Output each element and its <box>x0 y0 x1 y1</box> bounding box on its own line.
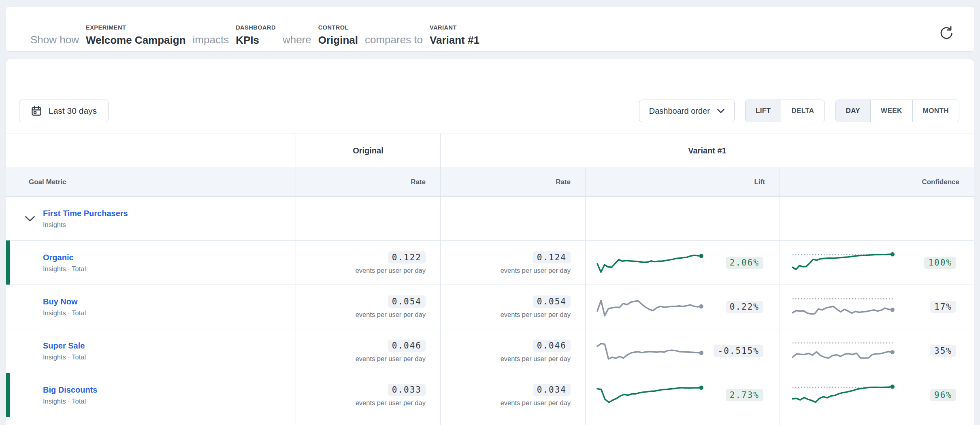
chevron-down-icon <box>25 216 35 222</box>
significance-bar <box>6 240 10 285</box>
variant-slot-value[interactable]: Variant #1 <box>430 34 479 46</box>
table-row-organic: Organic Insights · Total 0.122 events pe… <box>6 240 974 285</box>
rate-unit: events per user per day <box>356 355 426 363</box>
goal-metric-cell: Organic Insights · Total <box>6 241 296 285</box>
control-column-header: Original <box>296 134 440 168</box>
significance-bar <box>6 373 10 417</box>
confidence-sparkline <box>790 382 897 408</box>
metric-name-block: Super Sale Insights · Total <box>43 341 86 361</box>
rate-unit: events per user per day <box>356 311 426 319</box>
variant-rate-value: 0.046 <box>533 340 571 352</box>
control-rate-value: 0.046 <box>388 340 426 352</box>
metric-name-link[interactable]: Buy Now <box>43 297 86 306</box>
report-card: Last 30 days Dashboard order LIFT DELTA … <box>6 59 974 425</box>
toggle-week[interactable]: WEEK <box>870 100 912 122</box>
table-row-big-discounts: Big Discounts Insights · Total 0.033 eve… <box>6 373 974 417</box>
metric-subtitle: Insights · Total <box>43 265 86 273</box>
connector-impacts: impacts <box>193 34 229 46</box>
refresh-icon <box>937 24 955 42</box>
variant-rate-cell: 0.054 events per user per day <box>440 285 585 329</box>
dashboard-slot-label: DASHBOARD <box>236 24 276 31</box>
toolbar-right-group: Dashboard order LIFT DELTA DAY WEEK MONT… <box>639 100 959 122</box>
confidence-value: 96% <box>930 389 956 401</box>
rate-unit: events per user per day <box>501 267 571 274</box>
group-name-link[interactable]: First Time Purchasers <box>43 208 128 218</box>
metric-name-block: Big Discounts Insights · Total <box>43 385 97 405</box>
column-header-control-rate: Rate <box>296 168 440 196</box>
lift-value: 2.06% <box>726 257 763 269</box>
confidence-cell: 96% <box>780 373 974 417</box>
lift-sparkline <box>595 382 705 408</box>
table-row-buy-now: Buy Now Insights · Total 0.054 events pe… <box>6 285 974 329</box>
lift-cell: 2.06% <box>585 241 780 285</box>
connector-compares-to: compares to <box>365 34 423 46</box>
refresh-button[interactable] <box>937 24 955 42</box>
variant-slot-label: VARIANT <box>430 24 457 31</box>
variant-header-row: Original Variant #1 <box>6 134 974 168</box>
rate-unit: events per user per day <box>501 399 571 407</box>
control-rate-cell: 0.054 events per user per day <box>296 285 440 329</box>
experiment-slot-value[interactable]: Welcome Campaign <box>86 34 186 46</box>
table-row-super-sale: Super Sale Insights · Total 0.046 events… <box>6 329 974 373</box>
query-phrase: Show how EXPERIMENT Welcome Campaign imp… <box>30 24 479 46</box>
goal-metric-cell: Buy Now Insights · Total <box>6 285 296 329</box>
column-header-row: Goal Metric Rate Rate Lift Confidence <box>6 168 974 196</box>
goal-metric-cell: Big Discounts Insights · Total <box>6 373 296 417</box>
control-slot[interactable]: CONTROL Original <box>318 24 358 46</box>
variant-rate-cell: 0.124 events per user per day <box>440 241 585 285</box>
metric-name-link[interactable]: Big Discounts <box>43 385 97 395</box>
confidence-value: 100% <box>924 257 956 269</box>
experiment-report-page: Show how EXPERIMENT Welcome Campaign imp… <box>0 0 980 425</box>
rate-unit: events per user per day <box>356 267 426 274</box>
lift-delta-toggle: LIFT DELTA <box>745 100 825 122</box>
variant-rate-value: 0.054 <box>533 295 571 308</box>
experiment-slot[interactable]: EXPERIMENT Welcome Campaign <box>86 24 186 46</box>
variant-rate-cell: 0.034 events per user per day <box>440 373 585 417</box>
control-rate-cell: 0.033 events per user per day <box>296 373 440 417</box>
dashboard-slot[interactable]: DASHBOARD KPIs <box>236 24 276 46</box>
variant-rate-value: 0.034 <box>533 384 571 396</box>
experiment-slot-label: EXPERIMENT <box>86 24 126 31</box>
variant-header-spacer <box>6 134 296 168</box>
table-row-partial <box>6 417 974 425</box>
control-slot-value[interactable]: Original <box>318 34 358 46</box>
date-range-label: Last 30 days <box>49 106 97 116</box>
rate-unit: events per user per day <box>501 355 571 363</box>
dashboard-order-label: Dashboard order <box>649 106 710 116</box>
lift-cell: 0.22% <box>585 285 780 329</box>
rate-unit: events per user per day <box>501 311 571 319</box>
group-subtitle: Insights <box>43 221 128 229</box>
lift-sparkline <box>595 338 705 363</box>
control-rate-cell: 0.122 events per user per day <box>296 241 440 285</box>
lift-sparkline <box>595 294 705 319</box>
confidence-sparkline <box>790 250 897 275</box>
goal-metric-cell: Super Sale Insights · Total <box>6 329 296 373</box>
date-range-button[interactable]: Last 30 days <box>19 100 109 122</box>
control-rate-cell: 0.046 events per user per day <box>296 329 440 373</box>
variant-rate-cell: 0.046 events per user per day <box>440 329 585 373</box>
variant-column-header: Variant #1 <box>440 134 974 168</box>
toggle-day[interactable]: DAY <box>836 100 871 122</box>
confidence-sparkline <box>790 338 897 363</box>
toggle-month[interactable]: MONTH <box>912 100 959 122</box>
dashboard-order-button[interactable]: Dashboard order <box>639 100 735 122</box>
control-slot-label: CONTROL <box>318 24 349 31</box>
expand-collapse-control[interactable] <box>25 216 43 222</box>
metric-subtitle: Insights · Total <box>43 309 86 317</box>
metric-name-link[interactable]: Super Sale <box>43 341 86 351</box>
control-rate-value: 0.033 <box>388 384 426 396</box>
variant-rate-value: 0.124 <box>533 251 571 264</box>
toggle-lift[interactable]: LIFT <box>746 100 781 122</box>
chevron-down-icon <box>717 109 724 113</box>
confidence-value: 35% <box>930 345 956 357</box>
control-rate-value: 0.054 <box>388 295 426 308</box>
column-header-goal-metric: Goal Metric <box>6 168 296 196</box>
control-rate-value: 0.122 <box>388 251 426 264</box>
toggle-delta[interactable]: DELTA <box>781 100 824 122</box>
metric-subtitle: Insights · Total <box>43 397 97 405</box>
metrics-table: Original Variant #1 Goal Metric Rate Rat… <box>6 134 974 425</box>
lift-cell: 2.73% <box>585 373 780 417</box>
variant-slot[interactable]: VARIANT Variant #1 <box>430 24 479 46</box>
metric-name-link[interactable]: Organic <box>43 253 86 262</box>
dashboard-slot-value[interactable]: KPIs <box>236 34 259 46</box>
